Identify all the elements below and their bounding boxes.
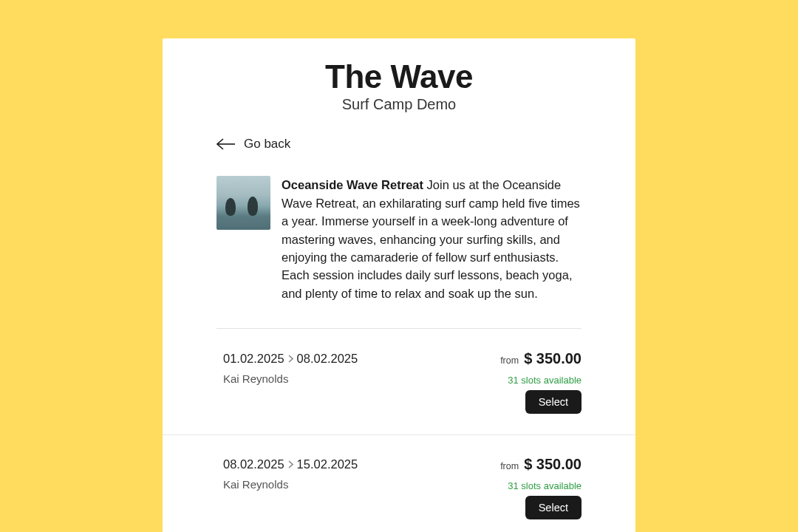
session-pricing: from $ 350.00 31 slots available Select (500, 350, 582, 414)
session-price: $ 350.00 (524, 350, 582, 367)
session-start-date: 08.02.2025 (223, 457, 284, 471)
select-button[interactable]: Select (525, 496, 582, 519)
content-card: The Wave Surf Camp Demo Go back Oceansid… (163, 38, 635, 532)
session-start-date: 01.02.2025 (223, 352, 284, 366)
session-row: 01.02.2025 08.02.2025 Kai Reynolds from … (163, 329, 635, 434)
session-dates: 01.02.2025 08.02.2025 (223, 352, 358, 366)
page-subtitle: Surf Camp Demo (163, 96, 635, 113)
session-row: 08.02.2025 15.02.2025 Kai Reynolds from … (163, 434, 635, 532)
session-host: Kai Reynolds (223, 478, 358, 491)
session-info: 08.02.2025 15.02.2025 Kai Reynolds (223, 456, 358, 519)
slots-available: 31 slots available (500, 375, 582, 386)
retreat-description: Join us at the Oceanside Wave Retreat, a… (282, 178, 580, 299)
price-from-label: from (500, 461, 519, 471)
session-price: $ 350.00 (524, 456, 582, 473)
retreat-header: Oceanside Wave Retreat Join us at the Oc… (163, 176, 635, 302)
chevron-right-icon (288, 355, 293, 363)
session-pricing: from $ 350.00 31 slots available Select (500, 456, 582, 519)
go-back-button[interactable]: Go back (216, 137, 290, 151)
retreat-body: Oceanside Wave Retreat Join us at the Oc… (282, 176, 582, 302)
price-from-label: from (500, 355, 519, 366)
price-row: from $ 350.00 (500, 456, 582, 473)
session-host: Kai Reynolds (223, 372, 358, 385)
chevron-right-icon (288, 460, 293, 468)
slots-available: 31 slots available (500, 480, 582, 491)
session-end-date: 08.02.2025 (297, 352, 358, 366)
price-row: from $ 350.00 (500, 350, 582, 367)
retreat-name: Oceanside Wave Retreat (282, 178, 423, 191)
select-button[interactable]: Select (525, 390, 582, 414)
go-back-label: Go back (244, 137, 290, 151)
page-title: The Wave (163, 59, 635, 95)
session-end-date: 15.02.2025 (297, 457, 358, 471)
session-dates: 08.02.2025 15.02.2025 (223, 457, 358, 471)
retreat-thumbnail (216, 176, 270, 230)
arrow-left-icon (216, 138, 236, 150)
session-info: 01.02.2025 08.02.2025 Kai Reynolds (223, 350, 358, 414)
